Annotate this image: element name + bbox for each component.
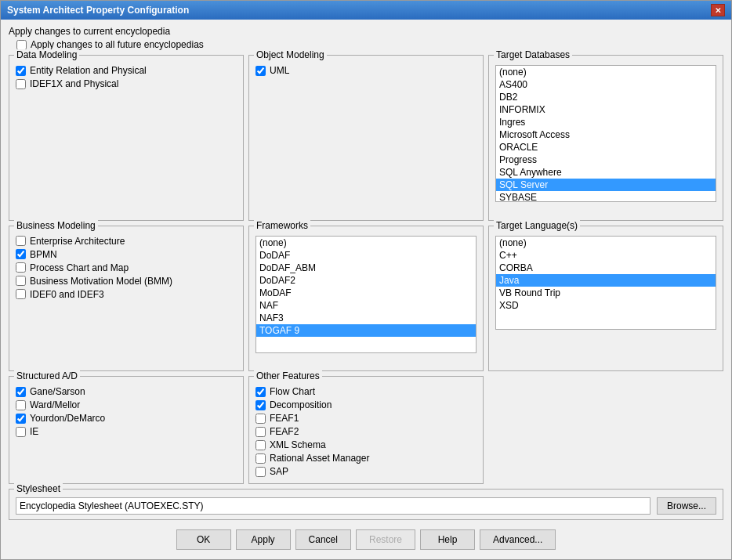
close-button[interactable]: ✕ [711, 4, 725, 16]
target-languages-content: (none)C++CORBAJavaVB Round TripXSD [495, 236, 716, 330]
process-chart-checkbox[interactable] [16, 262, 26, 273]
decomposition-label: Decomposition [270, 399, 332, 410]
ok-button[interactable]: OK [176, 529, 231, 550]
gane-sarson-checkbox[interactable] [16, 387, 26, 397]
title-bar: System Architect Property Configuration … [1, 1, 731, 20]
other-features-group: Other Features Flow Chart Decomposition … [248, 376, 484, 484]
apply-label: Apply changes to current encyclopedia [9, 26, 723, 37]
business-modeling-group: Business Modeling Enterprise Architectur… [9, 226, 244, 372]
object-modeling-group: Object Modeling UML [248, 55, 484, 221]
other-features-content: Flow Chart Decomposition FEAF1 FEAF2 [255, 386, 477, 477]
list-item[interactable]: NAF3 [256, 312, 476, 324]
cancel-button[interactable]: Cancel [295, 529, 351, 550]
advanced-button[interactable]: Advanced... [480, 529, 556, 550]
flow-chart-checkbox[interactable] [255, 387, 266, 397]
bpmn-row: BPMN [16, 249, 237, 260]
list-item[interactable]: MoDAF [256, 287, 476, 299]
rational-row: Rational Asset Manager [255, 453, 477, 464]
bmm-row: Business Motivation Model (BMM) [16, 276, 237, 287]
top-section: Apply changes to current encyclopedia Ap… [9, 26, 723, 50]
list-item[interactable]: DoDAF [256, 249, 476, 262]
entity-relation-label: Entity Relation and Physical [30, 65, 147, 76]
ie-checkbox[interactable] [16, 427, 26, 437]
uml-checkbox[interactable] [255, 66, 266, 76]
list-item[interactable]: SQL Server [496, 179, 716, 191]
feaf2-checkbox[interactable] [255, 427, 266, 437]
target-databases-group: Target Databases (none)AS400DB2INFORMIXI… [488, 55, 723, 221]
ward-mellor-label: Ward/Mellor [30, 399, 80, 410]
future-encyclopedias-checkbox[interactable] [16, 40, 27, 50]
structured-ad-content: Gane/Sarson Ward/Mellor Yourdon/DeMarco … [16, 386, 237, 437]
enterprise-arch-checkbox[interactable] [16, 236, 26, 246]
list-item[interactable]: DoDAF2 [256, 274, 476, 287]
list-item[interactable]: Ingres [496, 116, 716, 128]
decomposition-checkbox[interactable] [255, 400, 266, 410]
ward-mellor-row: Ward/Mellor [16, 399, 237, 410]
help-button[interactable]: Help [420, 529, 475, 550]
list-item[interactable]: Microsoft Access [496, 128, 716, 141]
yourdon-checkbox[interactable] [16, 414, 26, 424]
data-modeling-group: Data Modeling Entity Relation and Physic… [9, 55, 244, 221]
yourdon-row: Yourdon/DeMarco [16, 413, 237, 424]
feaf2-label: FEAF2 [270, 426, 299, 437]
bmm-checkbox[interactable] [16, 276, 26, 286]
bpmn-label: BPMN [30, 249, 57, 260]
list-item[interactable]: XSD [496, 299, 716, 312]
gane-sarson-label: Gane/Sarson [30, 386, 85, 397]
list-item[interactable]: AS400 [496, 78, 716, 91]
ie-label: IE [30, 426, 38, 437]
list-item[interactable]: SQL Anywhere [496, 166, 716, 179]
uml-label: UML [270, 65, 289, 76]
list-item[interactable]: (none) [256, 237, 476, 249]
frameworks-list[interactable]: (none)DoDAFDoDAF_ABMDoDAF2MoDAFNAFNAF3TO… [255, 236, 477, 353]
rational-label: Rational Asset Manager [270, 453, 369, 464]
ward-mellor-checkbox[interactable] [16, 400, 26, 410]
stylesheet-title: Stylesheet [14, 483, 63, 494]
xml-schema-checkbox[interactable] [255, 440, 266, 450]
business-modeling-title: Business Modeling [14, 220, 98, 231]
uml-row: UML [255, 65, 477, 76]
gane-sarson-row: Gane/Sarson [16, 386, 237, 397]
structured-ad-title: Structured A/D [14, 370, 80, 381]
list-item[interactable]: C++ [496, 249, 716, 262]
structured-ad-group: Structured A/D Gane/Sarson Ward/Mellor Y… [9, 376, 244, 484]
idef0-label: IDEF0 and IDEF3 [30, 289, 104, 300]
list-item[interactable]: Progress [496, 154, 716, 166]
restore-button[interactable]: Restore [356, 529, 415, 550]
list-item[interactable]: SYBASE [496, 191, 716, 202]
list-item[interactable]: DoDAF_ABM [256, 262, 476, 274]
future-encyclopedias-label: Apply changes to all future encyclopedia… [31, 39, 204, 50]
feaf1-checkbox[interactable] [255, 414, 266, 424]
browse-button[interactable]: Browse... [657, 497, 716, 515]
entity-relation-row: Entity Relation and Physical [16, 65, 237, 76]
ie-row: IE [16, 426, 237, 437]
idef1x-checkbox[interactable] [16, 79, 26, 89]
enterprise-arch-row: Enterprise Architecture [16, 236, 237, 247]
list-item[interactable]: CORBA [496, 262, 716, 274]
list-item[interactable]: Java [496, 274, 716, 287]
list-item[interactable]: DB2 [496, 91, 716, 103]
list-item[interactable]: ORACLE [496, 141, 716, 154]
target-databases-content: (none)AS400DB2INFORMIXIngresMicrosoft Ac… [495, 65, 716, 202]
idef0-checkbox[interactable] [16, 289, 26, 299]
rational-checkbox[interactable] [255, 453, 266, 464]
bpmn-checkbox[interactable] [16, 249, 26, 259]
target-languages-list[interactable]: (none)C++CORBAJavaVB Round TripXSD [495, 236, 716, 330]
flow-chart-label: Flow Chart [270, 386, 315, 397]
list-item[interactable]: (none) [496, 237, 716, 249]
list-item[interactable]: (none) [496, 66, 716, 78]
apply-button[interactable]: Apply [236, 529, 291, 550]
entity-relation-checkbox[interactable] [16, 66, 26, 76]
object-modeling-title: Object Modeling [254, 49, 327, 60]
target-databases-list[interactable]: (none)AS400DB2INFORMIXIngresMicrosoft Ac… [495, 65, 716, 202]
sap-label: SAP [270, 466, 288, 477]
list-item[interactable]: VB Round Trip [496, 287, 716, 299]
list-item[interactable]: INFORMIX [496, 103, 716, 116]
main-window: System Architect Property Configuration … [0, 0, 732, 560]
stylesheet-input[interactable] [16, 497, 650, 515]
row3-grid: Structured A/D Gane/Sarson Ward/Mellor Y… [9, 376, 723, 484]
list-item[interactable]: TOGAF 9 [256, 324, 476, 337]
list-item[interactable]: NAF [256, 299, 476, 312]
target-languages-title: Target Language(s) [494, 220, 580, 231]
sap-checkbox[interactable] [255, 467, 266, 477]
